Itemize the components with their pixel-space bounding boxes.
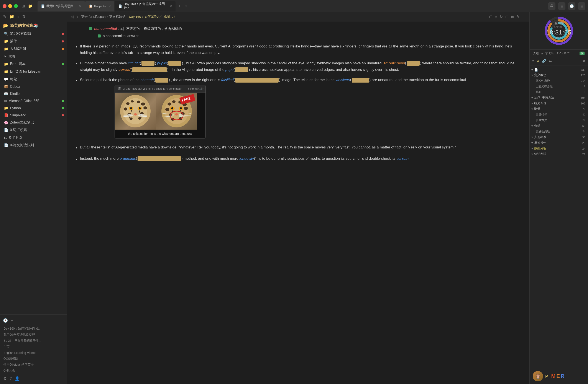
sidebar-item-zhongdang[interactable]: 💬 终党 — [0, 76, 67, 83]
fullscreen-button[interactable] — [14, 4, 18, 8]
sidebar-item-english[interactable]: 📁 En 英语 for Lifespan — [0, 68, 67, 76]
rpt-list-icon[interactable]: ≡ — [532, 59, 534, 63]
sidebar-item-paper0[interactable]: 📄 0-论文阅读队列 — [0, 141, 67, 149]
breadcrumb-part1[interactable]: 英语 for Lifespan — [81, 15, 106, 19]
outline-item-4-0[interactable]: 原发性痛经 54 — [530, 129, 588, 134]
logo-letters: M E R — [551, 373, 564, 379]
sidebar-item-plugin-dot — [62, 40, 64, 42]
outline-s1-label: 治疗_干预方法 — [534, 96, 554, 100]
more-icon[interactable]: ⋯ — [522, 15, 526, 19]
outline-section-6[interactable]: ▾ 肩袖损伤 28 — [530, 140, 588, 146]
outline-section-1[interactable]: ▾ 治疗_干预方法 105 — [530, 95, 588, 100]
logo-text-area: P — [545, 374, 548, 379]
tab-bar: 📄 我用Ob学英语思路... ✕ 📋 Projects ✕ 📄 Day 160：… — [38, 1, 546, 12]
sidebar-item-simpread[interactable]: 📕 SimpRead — [0, 112, 67, 119]
rpt-link-icon[interactable]: 🔗 — [542, 59, 546, 63]
clock-ampm: 晚上 — [556, 36, 562, 40]
sidebar-item-card0[interactable]: 🗂 0-卡片盒 — [0, 134, 67, 141]
sidebar-item-vocab[interactable]: 📁 En 生词本 — [0, 60, 67, 68]
outline-i40-count: 54 — [583, 130, 585, 133]
vault-icon[interactable]: 🏛 — [548, 2, 555, 10]
new-note-icon[interactable]: ✎ — [3, 14, 6, 19]
sidebar-item-vocab0[interactable]: 📄 0-词汇积累 — [0, 126, 67, 134]
sidebar-item-zotero[interactable]: 🌸 Zotero文献笔记 — [0, 119, 67, 126]
tab-chevron[interactable]: ▾ — [183, 1, 189, 12]
edit-icon[interactable]: ✎ — [517, 15, 520, 19]
arrow-next[interactable]: ▷ — [201, 86, 204, 91]
outline-i01-count: 9 — [584, 85, 585, 88]
sidebar-user-icon[interactable]: 👤 — [15, 376, 20, 381]
close-button[interactable] — [3, 4, 6, 8]
minimize-button[interactable] — [8, 4, 12, 8]
outline-item-0-0[interactable]: 原发性痛经 114 — [530, 78, 588, 84]
outline-section-3[interactable]: ▾ 测量 79 — [530, 106, 588, 112]
sidebar-settings-icon[interactable]: ⚙ — [3, 376, 6, 381]
outline-section-0[interactable]: ▾ 定义概念 126 — [530, 72, 588, 78]
outline-section-2[interactable]: ▾ 结局评估 102 — [530, 100, 588, 106]
sidebar-item-guide[interactable]: ✂ 攻略 — [0, 53, 67, 60]
nav-forward-button[interactable]: ▷ — [76, 14, 79, 19]
outline-section-7[interactable]: ▾ 数据分析 24 — [530, 146, 588, 151]
recent-item-2[interactable]: Ep 25：网红父母晒孩子生... — [3, 338, 64, 344]
recent-item-3[interactable]: 主页 — [3, 344, 64, 350]
tab-ob-close[interactable]: ✕ — [79, 4, 81, 8]
rpt-outline-icon[interactable]: # — [537, 59, 539, 63]
outline-section-5[interactable]: ▾ 入选标准 38 — [530, 134, 588, 140]
refresh-icon[interactable]: ↻ — [500, 15, 503, 19]
outline-section-8[interactable]: ▾ 综述发现 21 — [530, 151, 588, 157]
grid-view-icon[interactable]: ⊞ — [558, 2, 566, 10]
rpt-close-icon[interactable]: ✕ — [582, 59, 585, 63]
tab-projects[interactable]: 📋 Projects ✕ — [85, 1, 114, 12]
recent-item-7[interactable]: 0-卡片盒 — [3, 368, 64, 374]
folder-icon[interactable]: 📁 — [28, 4, 33, 8]
outline-root[interactable]: ▾ 📄 732 — [530, 67, 588, 72]
svg-point-11 — [138, 117, 141, 120]
sidebar-item-kindle[interactable]: 📖 Kindle — [0, 90, 67, 97]
tab-ob[interactable]: 📄 我用Ob学英语思路... ✕ — [38, 1, 85, 12]
recent-item-1[interactable]: 我用Ob学英语思路整理 — [3, 332, 64, 338]
vocab-falsified — [235, 78, 279, 83]
new-folder-icon[interactable]: 📁 — [9, 14, 14, 19]
recent-item-0[interactable]: Day 160：如何鉴别AI生成... — [3, 326, 64, 331]
sidebar-item-cubox[interactable]: 📦 Cubox — [0, 83, 67, 90]
tab-projects-close[interactable]: ✕ — [108, 4, 111, 8]
clock-ring: 星期四 5月18日 18:31:05 晚上 — [544, 16, 574, 46]
tag-icon[interactable]: 🏷 — [489, 15, 492, 19]
breadcrumb-part2[interactable]: 英文标题党 — [109, 15, 126, 19]
outline-item-0-1[interactable]: 上交叉综合症 9 — [530, 84, 588, 89]
history-icon[interactable]: 🕐 — [568, 2, 575, 10]
copy-icon[interactable]: ⊡ — [505, 15, 508, 19]
sidebar-item-office[interactable]: ⊞ Microsoft Office 365 — [0, 97, 67, 104]
outline-item-3-1[interactable]: 测量方法 29 — [530, 117, 588, 123]
panel-icon[interactable]: ⊞ — [511, 15, 514, 19]
tab-day160[interactable]: 📄 Day 160：如何鉴别AI生成图片? ✕ — [115, 1, 175, 12]
tab-day160-close[interactable]: ✕ — [170, 4, 172, 8]
sidebar-item-python[interactable]: 📁 Python — [0, 104, 67, 112]
recent-item-5[interactable]: 0-通用模版 — [3, 356, 64, 362]
arrow-prev[interactable]: ◁ — [198, 86, 200, 91]
recent-icon[interactable]: 🕐 — [3, 318, 8, 323]
outline-i00-count: 114 — [581, 79, 585, 82]
sidebar-item-search[interactable]: 🔍 笔记检索&统计 — [0, 30, 67, 38]
outline-item-0-2[interactable]: 核心 3 — [530, 89, 588, 95]
outline-section-4[interactable]: ▾ 分组 60 — [530, 123, 588, 129]
svg-point-29 — [165, 108, 169, 111]
outline-item-3-0[interactable]: 测量指标 50 — [530, 112, 588, 117]
collapse-icon[interactable]: ⇅ — [22, 14, 25, 19]
outline-s2-chevron: ▾ — [531, 102, 533, 105]
sort-icon[interactable]: ↕ — [17, 15, 19, 19]
rpt-backlink-icon[interactable]: ⬅ — [549, 59, 552, 63]
recent-item-6[interactable]: 使用Obsidian学习英语 — [3, 362, 64, 367]
clock-time: 18:31:05 — [546, 29, 571, 36]
layout-icon[interactable]: ⊟ — [578, 2, 585, 10]
sidebar-item-plugin[interactable]: 📁 插件 — [0, 38, 67, 45]
logo-letter-r: R — [561, 373, 564, 379]
sidebar-toggle-icon[interactable]: ⊞ — [22, 4, 25, 8]
list-icon[interactable]: ≡ — [11, 318, 13, 323]
home-icon[interactable]: ⌂ — [495, 15, 497, 19]
recent-item-4[interactable]: English Learning Videos — [3, 350, 64, 355]
nav-back-button[interactable]: ◁ — [71, 14, 74, 19]
sidebar-help-icon[interactable]: ? — [10, 376, 12, 381]
new-tab-button[interactable]: + — [176, 1, 183, 12]
sidebar-item-research[interactable]: 📁 大创&科研 — [0, 45, 67, 53]
